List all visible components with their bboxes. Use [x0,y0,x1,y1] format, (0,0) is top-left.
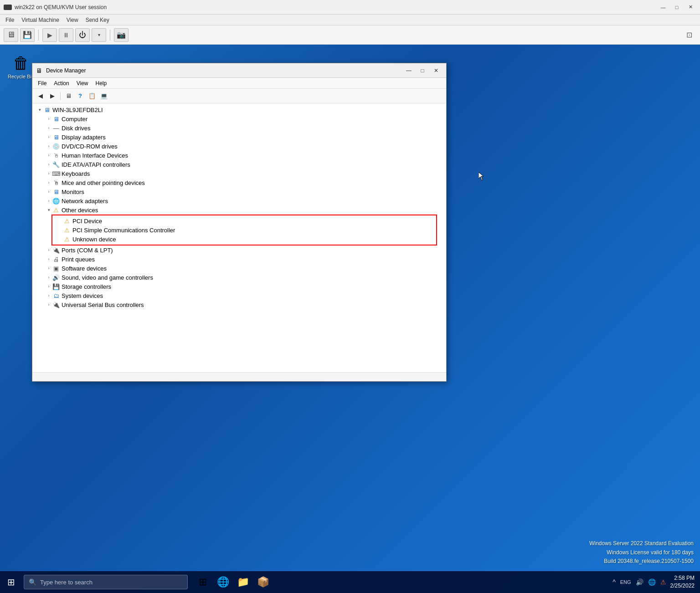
dm-menu-help[interactable]: Help [92,79,111,87]
recycle-bin-icon[interactable]: 🗑 Recycle Bin [6,54,36,79]
clock-date: 2/25/2022 [670,582,695,590]
qemu-menu-view[interactable]: View [63,16,82,24]
storage-icon: 💾 [52,283,60,290]
qemu-tb-storage-button[interactable]: 💾 [20,28,35,42]
tree-item-dvd[interactable]: › 💿 DVD/CD-ROM drives [41,142,446,151]
qemu-minimize-button[interactable]: — [657,3,669,12]
taskbar-clock[interactable]: 2:58 PM 2/25/2022 [670,574,695,590]
recycle-bin-graphic: 🗑 [13,54,29,73]
tree-item-keyboards[interactable]: › ⌨ Keyboards [41,169,446,178]
dm-maximize-button[interactable]: □ [416,66,429,76]
network-label: Network adapters [62,198,108,204]
tree-item-ide[interactable]: › 🔧 IDE ATA/ATAPI controllers [41,160,446,169]
tree-item-mice[interactable]: › 🖱 Mice and other pointing devices [41,178,446,187]
taskbar-app-store[interactable]: 📦 [253,573,273,592]
taskbar-search[interactable]: 🔍 Type here to search [24,575,188,589]
tree-item-storage[interactable]: › 💾 Storage controllers [41,282,446,291]
qemu-tb-dropdown-button[interactable]: ▾ [92,28,106,42]
dvd-label: DVD/CD-ROM drives [62,143,118,150]
qemu-title-icon [4,5,12,10]
dm-forward-button[interactable]: ▶ [47,91,58,102]
tree-item-pci-comm[interactable]: ⚠ PCI Simple Communications Controller [52,225,436,235]
search-icon: 🔍 [29,578,36,586]
dm-menu-file[interactable]: File [34,79,50,87]
dm-computer-button[interactable]: 🖥 [63,91,74,102]
tray-volume[interactable]: 🔊 [634,578,645,586]
tree-item-sound[interactable]: › 🔊 Sound, video and game controllers [41,273,446,282]
root-children: › 🖥 Computer › — Disk drives › [32,114,446,309]
dm-minimize-button[interactable]: — [402,66,415,76]
taskbar-apps: ⊞ 🌐 📁 📦 [193,573,273,592]
qemu-tb-display-button[interactable]: 🖥 [4,28,18,42]
usb-label: Universal Serial Bus controllers [62,302,144,308]
start-button[interactable]: ⊞ [0,571,22,593]
watermark-line2: Windows License valid for 180 days [589,548,694,557]
qemu-menu-virtualmachine[interactable]: Virtual Machine [18,16,63,24]
dm-close-button[interactable]: ✕ [430,66,443,76]
qemu-menu-file[interactable]: File [2,16,18,24]
software-label: Software devices [62,265,107,272]
tree-item-ports[interactable]: › 🔌 Ports (COM & LPT) [41,245,446,255]
disk-label: Disk drives [62,125,91,132]
taskbar-right: ^ ENG 🔊 🌐 ⚠ 2:58 PM 2/25/2022 [611,574,700,590]
tree-item-computer[interactable]: › 🖥 Computer [41,114,446,123]
qemu-tb-pause-button[interactable]: ⏸ [59,28,73,42]
tree-item-other-devices[interactable]: ▾ ⚠ Other devices [41,205,446,215]
mice-expander: › [45,179,52,186]
tree-item-pci-device[interactable]: ⚠ PCI Device [52,216,436,225]
tree-item-monitors[interactable]: › 🖥 Monitors [41,187,446,196]
tray-warning[interactable]: ⚠ [659,578,668,586]
qemu-menu-sendkey[interactable]: Send Key [82,16,113,24]
dm-tree-content[interactable]: ▾ 🖥 WIN-3L9JEFDB2LI › 🖥 Computer [32,103,446,372]
print-icon: 🖨 [52,256,60,263]
tree-root-item[interactable]: ▾ 🖥 WIN-3L9JEFDB2LI [32,105,446,114]
tree-item-print[interactable]: › 🖨 Print queues [41,255,446,264]
dm-menu-action[interactable]: Action [50,79,72,87]
recycle-bin-label: Recycle Bin [8,74,34,79]
qemu-tb-play-button[interactable]: ▶ [42,28,57,42]
usb-icon: 🔌 [52,301,60,308]
disk-icon: — [52,124,60,132]
storage-expander: › [45,283,52,290]
display-label: Display adapters [62,134,106,141]
disk-expander: › [45,124,52,132]
tree-item-display[interactable]: › 🖥 Display adapters [41,133,446,142]
ports-label: Ports (COM & LPT) [62,247,113,254]
dm-list-button[interactable]: 📋 [87,91,98,102]
qemu-tb-screenshot-button[interactable]: 📷 [114,28,129,42]
tray-network[interactable]: 🌐 [647,578,657,586]
tree-item-hid[interactable]: › 🖱 Human Interface Devices [41,151,446,160]
dm-back-button[interactable]: ◀ [35,91,46,102]
dm-menu-view[interactable]: View [73,79,92,87]
tree-item-network[interactable]: › 🌐 Network adapters [41,196,446,205]
dm-title: Device Manager [46,67,402,74]
display-icon: 🖥 [52,133,60,141]
qemu-tb-end-button[interactable]: ⊡ [682,28,696,42]
taskbar-app-edge[interactable]: 🌐 [213,573,232,592]
taskbar-app-explorer[interactable]: 📁 [233,573,252,592]
dm-device-button[interactable]: 💻 [98,91,109,102]
tree-item-usb[interactable]: › 🔌 Universal Serial Bus controllers [41,300,446,309]
tree-item-system[interactable]: › 🗂 System devices [41,291,446,300]
tree-item-software[interactable]: › ▣ Software devices [41,264,446,273]
qemu-tb-power-button[interactable]: ⏻ [75,28,90,42]
pci-comm-icon: ⚠ [63,226,71,234]
ide-expander: › [45,161,52,168]
computer-icon: 🖥 [52,115,60,123]
tree-item-unknown[interactable]: ⚠ Unknown device [52,235,436,244]
qemu-maximize-button[interactable]: □ [671,3,683,12]
qemu-close-button[interactable]: ✕ [685,3,696,12]
device-manager-window: 🖥 Device Manager — □ ✕ File Action View … [32,63,447,382]
keyboards-icon: ⌨ [52,170,60,177]
dm-help-button[interactable]: ? [75,91,86,102]
dm-window-controls: — □ ✕ [402,66,443,76]
taskbar-app-taskview[interactable]: ⊞ [193,573,212,592]
mice-icon: 🖱 [52,179,60,186]
tree-item-disk[interactable]: › — Disk drives [41,123,446,133]
mouse-cursor [479,172,485,181]
usb-expander: › [45,301,52,308]
tray-show-hidden[interactable]: ^ [611,578,617,586]
hid-expander: › [45,152,52,159]
tray-lang[interactable]: ENG [619,579,633,585]
ports-icon: 🔌 [52,246,60,254]
